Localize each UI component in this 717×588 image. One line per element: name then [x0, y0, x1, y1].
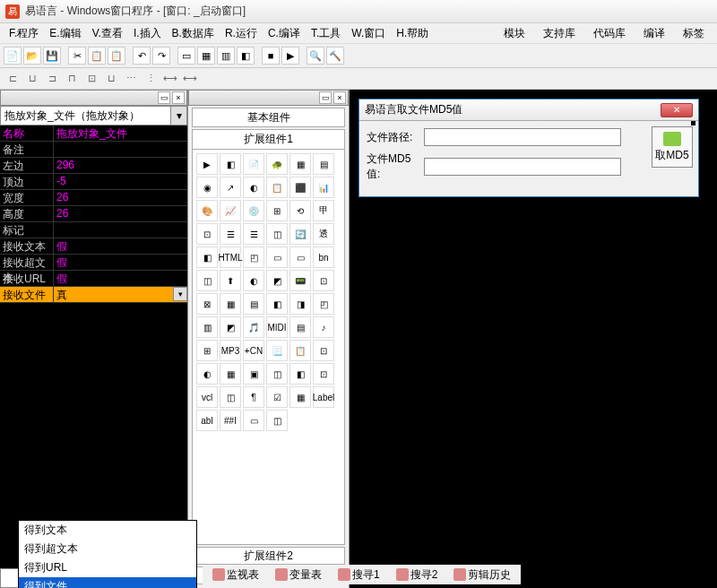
menu-run[interactable]: R.运行 — [220, 24, 263, 43]
component-item[interactable]: ▭ — [243, 410, 264, 431]
component-item[interactable]: 📃 — [266, 340, 288, 361]
component-item[interactable]: ◩ — [220, 316, 241, 338]
component-item[interactable]: +CN — [243, 340, 264, 361]
bottom-tab[interactable]: 剪辑历史 — [447, 565, 517, 585]
property-row[interactable]: 备注 — [0, 142, 187, 158]
panel-min-button[interactable]: ▭ — [319, 91, 332, 104]
spacing-h-button[interactable]: ⋯ — [122, 71, 140, 87]
prop-value[interactable]: 296 — [54, 158, 187, 173]
prop-value[interactable]: 真▾ — [54, 287, 187, 302]
align-top-button[interactable]: ⊓ — [63, 71, 81, 87]
component-item[interactable]: ▭ — [289, 246, 311, 268]
open-button[interactable]: 📂 — [23, 47, 41, 65]
get-md5-button[interactable]: 取MD5 — [652, 126, 693, 168]
component-item[interactable]: 🎵 — [243, 316, 264, 338]
component-item[interactable]: ▦ — [289, 386, 311, 408]
spacing-v-button[interactable]: ⋮ — [142, 71, 160, 87]
cut-button[interactable]: ✂ — [68, 47, 86, 65]
dropdown-option[interactable]: 得到超文本 — [19, 540, 196, 558]
component-item[interactable]: 透 — [313, 223, 334, 245]
component-item[interactable]: ▤ — [243, 293, 264, 315]
bottom-tab[interactable]: 搜寻2 — [390, 565, 445, 585]
property-row[interactable]: 宽度26 — [0, 190, 187, 206]
component-item[interactable]: ↗ — [220, 177, 241, 198]
component-item[interactable]: ¶ — [243, 386, 264, 408]
component-item[interactable]: 📋 — [266, 177, 288, 198]
panel-close-button[interactable]: × — [333, 91, 346, 104]
hammer-icon[interactable]: 🔨 — [326, 47, 344, 65]
property-row[interactable]: 标记 — [0, 222, 187, 238]
align-right-button[interactable]: ⊐ — [43, 71, 61, 87]
menu-insert[interactable]: I.插入 — [128, 24, 167, 43]
prop-value[interactable]: 假 — [54, 238, 187, 254]
prop-value[interactable]: 拖放对象_文件 — [54, 125, 187, 141]
filepath-input[interactable] — [424, 128, 621, 146]
new-file-button[interactable]: 📄 — [4, 47, 22, 65]
prop-value[interactable]: 假 — [54, 255, 187, 270]
component-item[interactable]: 🐢 — [266, 153, 288, 175]
tool-button-1[interactable]: ▭ — [177, 47, 195, 65]
component-item[interactable]: ☰ — [243, 223, 264, 245]
event-dropdown-list[interactable]: 得到文本得到超文本得到URL得到文件 — [18, 520, 197, 588]
component-item[interactable]: ◧ — [196, 246, 218, 268]
component-item[interactable]: MP3 — [220, 340, 241, 361]
component-item[interactable]: ◧ — [289, 363, 311, 385]
menu-window[interactable]: W.窗口 — [346, 24, 391, 43]
copy-button[interactable]: 📋 — [88, 47, 106, 65]
tab-compile[interactable]: 编译 — [635, 24, 674, 43]
property-row[interactable]: 高度26 — [0, 206, 187, 222]
menu-program[interactable]: F.程序 — [4, 24, 44, 43]
component-item[interactable]: ◐ — [243, 177, 264, 198]
align-bottom-button[interactable]: ⊔ — [102, 71, 120, 87]
component-item[interactable]: 🔄 — [289, 223, 311, 245]
component-item[interactable]: ⬛ — [289, 177, 311, 198]
component-item[interactable]: ◉ — [196, 177, 218, 198]
component-item[interactable]: ◧ — [220, 153, 241, 175]
component-item[interactable]: vcl — [196, 386, 218, 408]
component-item[interactable]: ◧ — [266, 293, 288, 315]
component-item[interactable]: ◨ — [289, 293, 311, 315]
tool-button-2[interactable]: ▦ — [197, 47, 215, 65]
component-item[interactable]: ▣ — [243, 363, 264, 385]
component-item[interactable]: HTML — [220, 246, 241, 268]
component-item[interactable]: 🎨 — [196, 200, 218, 221]
component-item[interactable]: ◐ — [196, 363, 218, 385]
component-item[interactable]: ▤ — [313, 153, 334, 175]
component-item[interactable]: ▶ — [196, 153, 218, 175]
component-item[interactable]: abl — [196, 410, 218, 431]
component-item[interactable]: 📊 — [313, 177, 334, 198]
dropdown-option[interactable]: 得到文本 — [19, 521, 196, 540]
component-item[interactable]: ◰ — [243, 246, 264, 268]
component-item[interactable]: ▭ — [266, 246, 288, 268]
object-selector[interactable]: 拖放对象_文件（拖放对象） ▾ — [0, 106, 187, 125]
designer-canvas[interactable]: 易语言取文件MD5值 ✕ 文件路径: 文件MD5值: 取MD5 — [350, 90, 717, 588]
component-item[interactable]: ◫ — [266, 223, 288, 245]
menu-edit[interactable]: E.编辑 — [44, 24, 86, 43]
property-row[interactable]: 接收URL假 — [0, 271, 187, 287]
tab-lib[interactable]: 支持库 — [534, 24, 584, 43]
component-item[interactable]: ##I — [220, 410, 241, 431]
save-button[interactable]: 💾 — [43, 47, 61, 65]
same-height-button[interactable]: ⟷ — [181, 71, 199, 87]
component-item[interactable]: ▦ — [289, 153, 311, 175]
component-item[interactable]: 📋 — [289, 340, 311, 361]
prop-value[interactable]: 假 — [54, 271, 187, 286]
panel-close-button[interactable]: × — [172, 91, 185, 104]
tool-button-4[interactable]: ◧ — [237, 47, 255, 65]
bottom-tab[interactable]: 变量表 — [269, 565, 328, 585]
stop-button[interactable]: ■ — [262, 47, 280, 65]
bottom-tab[interactable]: 搜寻1 — [332, 565, 386, 585]
run-button[interactable]: ▶ — [281, 47, 299, 65]
menu-database[interactable]: B.数据库 — [167, 24, 220, 43]
property-row[interactable]: 接收文本假 — [0, 238, 187, 255]
component-item[interactable]: ♪ — [313, 316, 334, 338]
same-width-button[interactable]: ⟷ — [161, 71, 179, 87]
component-item[interactable]: 💿 — [243, 200, 264, 221]
prop-value[interactable] — [54, 222, 187, 238]
property-row[interactable]: 名称拖放对象_文件 — [0, 125, 187, 142]
component-item[interactable]: bn — [313, 246, 334, 268]
component-item[interactable]: ⊡ — [313, 270, 334, 291]
paste-button[interactable]: 📋 — [108, 47, 125, 65]
component-item[interactable]: ⟲ — [289, 200, 311, 221]
property-row[interactable]: 左边296 — [0, 158, 187, 174]
